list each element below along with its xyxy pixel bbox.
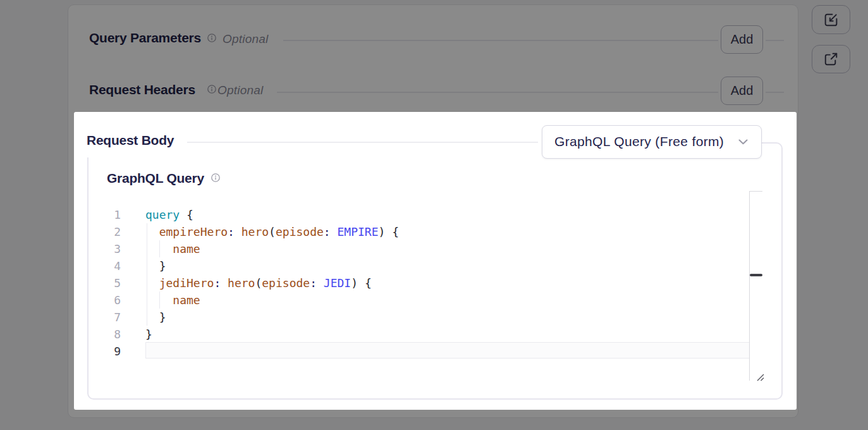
- resize-grip-icon[interactable]: [757, 374, 764, 381]
- line-number: 5: [93, 274, 121, 292]
- request-body-section: Request Body GraphQL Query (Free form) G…: [74, 112, 797, 410]
- graphql-code-editor[interactable]: 123456789 query { empireHero: hero(episo…: [74, 112, 797, 410]
- line-number: 9: [93, 343, 121, 360]
- code-line: query {: [145, 206, 193, 223]
- line-number: 4: [93, 257, 121, 274]
- code-line: name: [145, 240, 200, 257]
- line-number: 3: [93, 240, 121, 257]
- scrollbar-thumb[interactable]: [750, 274, 762, 276]
- page: Query Parameters Optional Add Request He…: [0, 0, 868, 430]
- code-line: empireHero: hero(episode: EMPIRE) {: [145, 223, 399, 240]
- line-number: 2: [93, 223, 121, 240]
- editor-right-edge-tick: [749, 191, 762, 192]
- line-number: 1: [93, 206, 121, 223]
- line-number: 8: [93, 326, 121, 343]
- code-line: name: [145, 292, 200, 309]
- code-line: jediHero: hero(episode: JEDI) {: [145, 274, 372, 292]
- line-number: 6: [93, 292, 121, 309]
- editor-right-edge: [749, 191, 750, 381]
- code-line: }: [145, 326, 152, 343]
- line-number: 7: [93, 309, 121, 326]
- active-line-highlight: [145, 342, 750, 359]
- code-line: }: [145, 309, 166, 326]
- code-line: }: [145, 257, 166, 274]
